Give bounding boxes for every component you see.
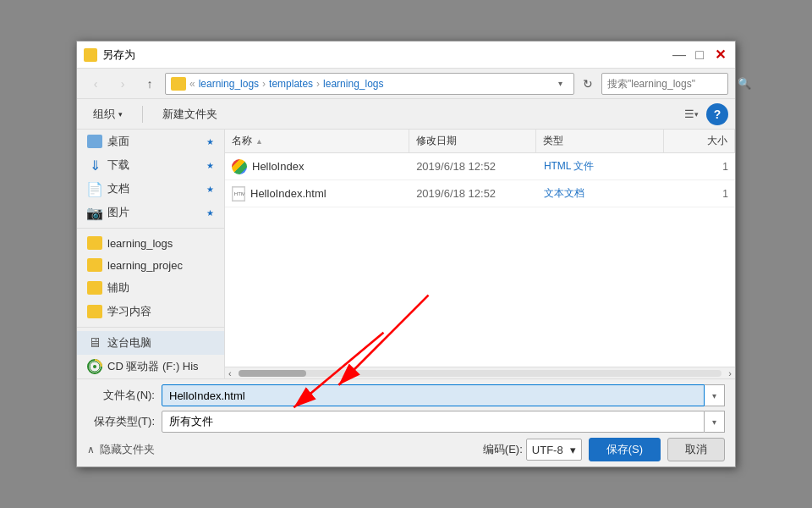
folder-icon	[87, 305, 102, 318]
sidebar-item-download[interactable]: ⇓ 下载 ★	[77, 153, 224, 177]
sidebar: 桌面 ★ ⇓ 下载 ★ 📄 文档 ★ 📷 图片 ★	[77, 130, 225, 378]
sidebar-item-label: 文档	[107, 181, 129, 196]
bottom-actions: ∧ 隐藏文件夹 编码(E): UTF-8 ▾ 保存(S) 取消	[87, 438, 725, 461]
save-button[interactable]: 保存(S)	[589, 438, 661, 461]
breadcrumb-dropdown-button[interactable]: ▾	[551, 75, 568, 92]
sidebar-item-desktop[interactable]: 桌面 ★	[77, 130, 224, 153]
breadcrumb-item-0[interactable]: learning_logs	[199, 78, 259, 90]
main-content: 桌面 ★ ⇓ 下载 ★ 📄 文档 ★ 📷 图片 ★	[77, 130, 735, 378]
sidebar-item-learning-logs[interactable]: learning_logs	[77, 232, 224, 254]
filetype-input[interactable]	[162, 411, 705, 433]
back-button[interactable]: ‹	[84, 72, 107, 96]
breadcrumb-item-2[interactable]: learning_logs	[323, 78, 383, 90]
file-size-cell: 1	[665, 153, 735, 179]
new-folder-button[interactable]: 新建文件夹	[153, 102, 227, 126]
file-type-cell: HTML 文件	[537, 153, 665, 179]
help-button[interactable]: ?	[706, 103, 728, 125]
breadcrumb-folder-icon	[171, 77, 186, 91]
collapse-icon: ∧	[87, 444, 95, 456]
sidebar-item-label: learning_logs	[107, 237, 173, 250]
filename-input[interactable]	[162, 384, 705, 406]
cancel-button[interactable]: 取消	[667, 438, 725, 461]
sidebar-item-label: 图片	[107, 205, 129, 220]
pin-icon: ★	[206, 137, 214, 146]
file-list: HelloIndex 2019/6/18 12:52 HTML 文件 1	[225, 153, 735, 367]
up-button[interactable]: ↑	[138, 72, 162, 96]
file-name-cell: HTM HelloIndex.html	[225, 180, 409, 207]
sidebar-item-learning-proj[interactable]: learning_projec	[77, 254, 224, 276]
dialog-title: 另存为	[102, 47, 135, 63]
file-area: 名称 ▲ 修改日期 类型 大小	[225, 130, 735, 378]
download-folder-icon: ⇓	[87, 158, 102, 172]
sidebar-item-cd-drive[interactable]: CD 驱动器 (F:) His	[77, 355, 224, 378]
scroll-thumb	[239, 370, 306, 377]
sidebar-item-label: 桌面	[107, 134, 129, 149]
sidebar-item-docs[interactable]: 📄 文档 ★	[77, 177, 224, 201]
file-date-cell: 2019/6/18 12:52	[409, 180, 537, 207]
horizontal-scrollbar[interactable]: ‹ ›	[225, 367, 735, 378]
search-bar: 🔍	[601, 73, 728, 95]
search-icon: 🔍	[738, 77, 751, 90]
toolbar-separator	[142, 106, 143, 123]
sidebar-divider-1	[77, 228, 224, 229]
toolbar: 组织 ▾ 新建文件夹 ☰ ▾ ?	[77, 99, 735, 130]
sidebar-item-label: learning_projec	[107, 259, 183, 272]
file-row[interactable]: HTM HelloIndex.html 2019/6/18 12:52 文本文档	[225, 180, 735, 207]
filetype-row: 保存类型(T): ▾	[87, 411, 725, 433]
bottom-right-actions: 编码(E): UTF-8 ▾ 保存(S) 取消	[483, 438, 725, 461]
sidebar-item-label: 学习内容	[107, 304, 151, 319]
view-icon: ☰	[684, 108, 694, 120]
filename-input-group: ▾	[162, 384, 725, 406]
svg-point-2	[93, 365, 96, 368]
organize-button[interactable]: 组织 ▾	[84, 102, 132, 126]
encoding-select[interactable]: UTF-8 ▾	[526, 439, 582, 461]
maximize-button[interactable]: □	[691, 47, 708, 64]
pin-icon: ★	[206, 208, 214, 218]
column-header-size[interactable]: 大小	[664, 130, 735, 152]
folder-icon	[87, 236, 102, 250]
sidebar-item-this-pc[interactable]: 🖥 这台电脑	[77, 331, 224, 355]
encoding-label: 编码(E):	[483, 442, 523, 457]
pc-icon: 🖥	[87, 335, 102, 351]
save-as-dialog: 另存为 — □ ✕ ‹ › ↑ « learning_logs › templa…	[76, 41, 736, 467]
file-row[interactable]: HelloIndex 2019/6/18 12:52 HTML 文件 1	[225, 153, 735, 180]
forward-button[interactable]: ›	[111, 72, 134, 96]
sidebar-item-label: 下载	[107, 157, 129, 173]
sidebar-item-label: 这台电脑	[107, 335, 151, 351]
title-bar: 另存为 — □ ✕	[77, 41, 735, 69]
breadcrumb-item-1[interactable]: templates	[269, 78, 313, 90]
sidebar-divider-2	[77, 327, 224, 328]
help-icon: ?	[714, 108, 721, 121]
cd-icon	[87, 359, 102, 374]
sidebar-item-fuzhu[interactable]: 辅助	[77, 276, 224, 300]
close-button[interactable]: ✕	[711, 47, 728, 64]
pin-icon: ★	[206, 185, 214, 194]
hide-folders-label: 隐藏文件夹	[100, 442, 155, 457]
sidebar-item-study[interactable]: 学习内容	[77, 300, 224, 323]
pic-folder-icon: 📷	[87, 206, 102, 219]
sidebar-item-pictures[interactable]: 📷 图片 ★	[77, 201, 224, 224]
html-file-icon: HTM	[232, 186, 245, 202]
column-header-name[interactable]: 名称 ▲	[225, 130, 409, 152]
hide-folders-area[interactable]: ∧ 隐藏文件夹	[87, 442, 155, 457]
desktop-folder-icon	[87, 135, 102, 148]
refresh-button[interactable]: ↻	[578, 74, 598, 94]
filename-row: 文件名(N): ▾	[87, 384, 725, 406]
nav-bar: ‹ › ↑ « learning_logs › templates › lear…	[77, 69, 735, 99]
scroll-track	[239, 370, 722, 377]
minimize-button[interactable]: —	[671, 47, 688, 64]
svg-text:HTM: HTM	[234, 190, 244, 196]
column-header-type[interactable]: 类型	[536, 130, 664, 152]
view-toggle-button[interactable]: ☰ ▾	[679, 103, 703, 125]
file-type-cell: 文本文档	[537, 180, 665, 207]
bottom-section: 文件名(N): ▾ 保存类型(T): ▾ ∧ 隐藏文件夹	[77, 378, 735, 467]
column-header-date[interactable]: 修改日期	[409, 130, 537, 152]
filetype-dropdown-button[interactable]: ▾	[705, 411, 725, 433]
chrome-icon	[232, 159, 247, 174]
filetype-input-group: ▾	[162, 411, 725, 433]
search-input[interactable]	[607, 78, 734, 90]
sidebar-item-label: CD 驱动器 (F:) His	[107, 359, 199, 374]
dialog-icon	[84, 48, 97, 62]
filename-label: 文件名(N):	[87, 388, 155, 403]
filename-dropdown-button[interactable]: ▾	[705, 384, 725, 406]
